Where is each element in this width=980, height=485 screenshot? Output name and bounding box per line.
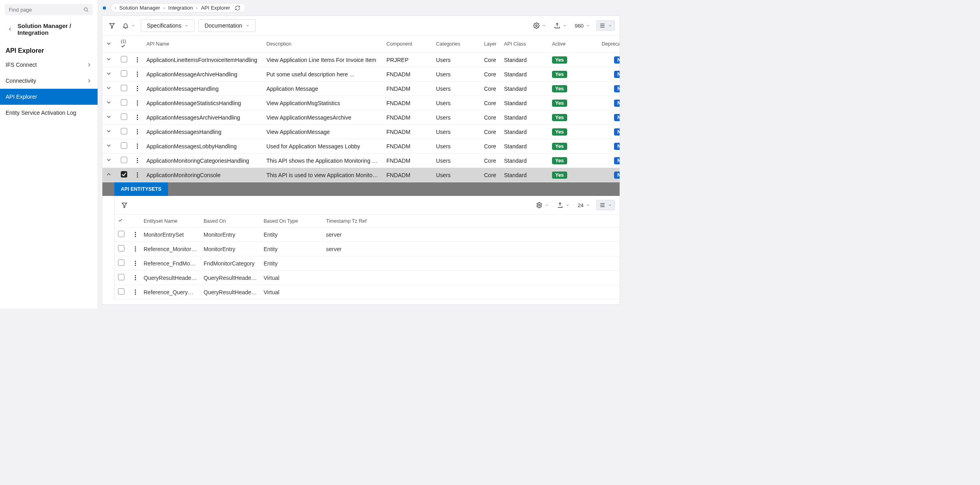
detail-view-toggle[interactable] (596, 200, 615, 210)
breadcrumb-item[interactable]: Solution Manager (119, 5, 160, 11)
chevron-down-icon (608, 203, 612, 207)
view-toggle[interactable] (596, 20, 615, 31)
export-icon (557, 202, 563, 208)
table-row[interactable]: Reference_FndMonitorCategory FndMonitorC… (115, 256, 620, 271)
col-entityset-name[interactable]: Entityset Name (140, 215, 200, 228)
row-menu-button[interactable] (134, 72, 140, 77)
row-menu-button[interactable] (132, 232, 138, 237)
chevron-up-icon[interactable] (106, 171, 112, 178)
table-row[interactable]: ApplicationMonitoringConsole This API is… (102, 168, 620, 182)
find-page-search[interactable] (5, 4, 93, 15)
chevron-down-icon[interactable] (106, 157, 112, 163)
table-row[interactable]: ApplicationMessageStatisticsHandling Vie… (102, 96, 620, 110)
table-row[interactable]: ApplicationMessagesArchiveHandling View … (102, 110, 620, 125)
chevron-down-icon[interactable] (106, 99, 112, 106)
row-count-button[interactable]: 960 (573, 20, 592, 32)
row-checkbox[interactable] (121, 114, 127, 120)
row-menu-button[interactable] (132, 261, 138, 266)
row-menu-button[interactable] (134, 172, 140, 178)
col-description[interactable]: Description (263, 36, 383, 53)
col-api-class[interactable]: API Class (501, 36, 549, 53)
cell-layer: Core (481, 154, 501, 168)
notifications-button[interactable] (121, 20, 137, 32)
row-menu-button[interactable] (132, 289, 138, 295)
col-categories[interactable]: Categories (433, 36, 481, 53)
row-checkbox[interactable] (121, 70, 127, 77)
row-checkbox[interactable] (121, 99, 127, 106)
row-checkbox[interactable] (121, 157, 127, 163)
row-menu-button[interactable] (134, 129, 140, 134)
selection-filter-header[interactable]: (1) (121, 39, 128, 49)
chevron-down-icon[interactable] (106, 128, 112, 134)
row-checkbox[interactable] (118, 274, 124, 280)
sidebar-item-connectivity[interactable]: Connectivity (0, 73, 98, 89)
chevron-down-icon[interactable] (106, 56, 112, 62)
refresh-icon[interactable] (235, 5, 240, 11)
detail-filter-button[interactable] (120, 199, 129, 211)
row-menu-button[interactable] (134, 158, 140, 163)
row-menu-button[interactable] (134, 144, 140, 149)
detail-tab-api-entitysets[interactable]: API ENTITYSETS (114, 182, 168, 196)
filter-button[interactable] (107, 20, 117, 32)
cell-api-name: ApplicationMessageHandling (143, 82, 263, 96)
specifications-button[interactable]: Specifications (141, 19, 194, 32)
table-row[interactable]: ApplicationMessageArchiveHandling Put so… (102, 67, 620, 82)
cell-description: This API is used to view Application Mon… (263, 168, 383, 182)
row-menu-button[interactable] (132, 246, 138, 251)
row-checkbox[interactable] (118, 245, 124, 251)
table-row[interactable]: ApplicationLineItemsForInvoiceItemHandli… (102, 53, 620, 67)
sidebar-item-ifs-connect[interactable]: IFS Connect (0, 57, 98, 73)
col-layer[interactable]: Layer (481, 36, 501, 53)
detail-settings-button[interactable] (534, 199, 550, 211)
status-dot-icon (103, 6, 106, 10)
cell-entityset-name: Reference_FndMonitorCategory (140, 256, 200, 271)
table-row[interactable]: ApplicationMonitoringCategoriesHandling … (102, 154, 620, 168)
detail-export-button[interactable] (555, 199, 571, 211)
row-checkbox[interactable] (121, 85, 127, 91)
chevron-down-icon[interactable] (106, 114, 112, 120)
col-based-on-type[interactable]: Based On Type (260, 215, 323, 228)
table-row[interactable]: Reference_MonitorEntry MonitorEntry Enti… (115, 242, 620, 256)
row-menu-button[interactable] (134, 115, 140, 120)
sidebar-item-entity-service-log[interactable]: Entity Service Activation Log (0, 105, 98, 121)
row-menu-button[interactable] (134, 86, 140, 91)
breadcrumb-item[interactable]: Integration (168, 5, 193, 11)
detail-row-count-button[interactable]: 24 (576, 199, 592, 211)
row-checkbox[interactable] (121, 142, 127, 149)
table-row[interactable]: ApplicationMessagesHandling View Applica… (102, 125, 620, 139)
chevron-down-icon[interactable] (106, 85, 112, 91)
row-menu-button[interactable] (134, 57, 140, 62)
col-api-name[interactable]: API Name (143, 36, 263, 53)
col-timestamp-tz[interactable]: Timestamp Tz Ref (323, 215, 620, 228)
chevron-down-icon[interactable] (106, 70, 112, 77)
table-row[interactable]: ApplicationMessagesLobbyHandling Used fo… (102, 139, 620, 154)
table-row[interactable]: QueryResultHeaderSet QueryResultHeaderVi… (115, 271, 620, 285)
col-based-on[interactable]: Based On (200, 215, 260, 228)
chevron-down-icon[interactable] (106, 142, 112, 149)
row-checkbox[interactable] (118, 231, 124, 237)
table-row[interactable]: ApplicationMessageHandling Application M… (102, 82, 620, 96)
row-menu-button[interactable] (134, 100, 140, 106)
back-icon[interactable] (7, 26, 13, 32)
col-active[interactable]: Active (549, 36, 598, 53)
row-checkbox[interactable] (121, 128, 127, 134)
row-checkbox[interactable] (118, 288, 124, 295)
col-deprecated[interactable]: Deprecated (598, 36, 620, 53)
deprecated-badge: No (614, 172, 620, 179)
expand-all-icon[interactable] (106, 40, 112, 47)
col-component[interactable]: Component (383, 36, 433, 53)
cell-class: Standard (501, 53, 549, 67)
sidebar-item-api-explorer[interactable]: API Explorer (0, 89, 98, 105)
row-checkbox[interactable] (121, 171, 127, 178)
find-page-input[interactable] (9, 7, 83, 13)
row-checkbox[interactable] (121, 56, 127, 62)
table-row[interactable]: Reference_QueryResultHeaderVirtual Query… (115, 285, 620, 299)
breadcrumb-item[interactable]: API Explorer (201, 5, 230, 11)
row-menu-button[interactable] (132, 275, 138, 280)
table-row[interactable]: MonitorEntrySet MonitorEntry Entity serv… (115, 228, 620, 242)
export-button[interactable] (552, 20, 568, 32)
check-icon[interactable] (118, 218, 123, 223)
row-checkbox[interactable] (118, 259, 124, 266)
settings-button[interactable] (532, 20, 548, 32)
documentation-button[interactable]: Documentation (198, 19, 255, 32)
